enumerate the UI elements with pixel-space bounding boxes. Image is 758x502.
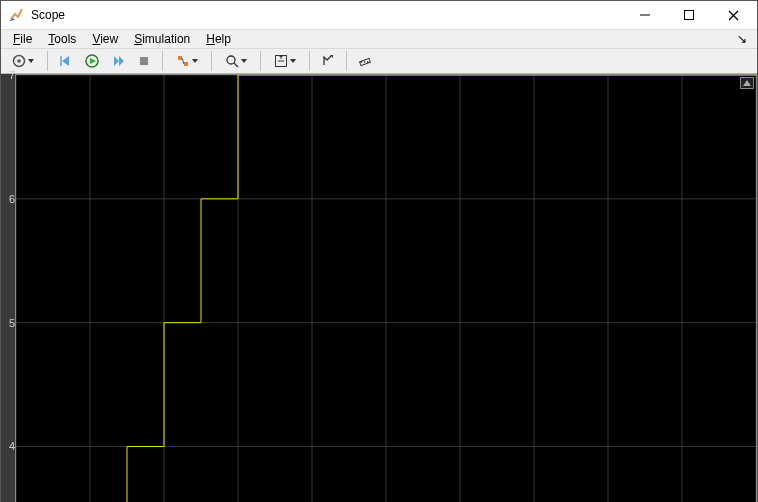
titlebar: Scope [1,1,757,30]
expand-axes-icon[interactable] [740,77,754,89]
svg-marker-20 [241,59,247,63]
window-title: Scope [31,8,65,22]
zoom-button[interactable] [218,49,254,73]
menu-tools[interactable]: Tools [40,30,84,48]
svg-point-18 [227,56,235,64]
stop-button[interactable] [132,49,156,73]
separator [211,51,212,71]
separator [47,51,48,71]
menu-simulation[interactable]: Simulation [126,30,198,48]
svg-rect-13 [140,57,148,65]
svg-line-19 [234,63,238,67]
toolbar [1,48,757,74]
plot-area: 7654321 02468101214161820 [1,74,757,502]
autoscale-button[interactable] [267,49,303,73]
step-back-button[interactable] [54,49,78,73]
svg-marker-12 [119,56,124,66]
close-button[interactable] [711,1,755,29]
svg-line-29 [364,61,365,63]
maximize-button[interactable] [667,1,711,29]
plot-canvas[interactable] [15,74,757,502]
measurements-button[interactable] [353,49,377,73]
svg-marker-49 [743,80,751,86]
svg-rect-14 [178,56,182,60]
scope-window: Scope File Tools View Simulation Help ↘ [0,0,758,502]
highlight-signal-button[interactable] [169,49,205,73]
separator [260,51,261,71]
svg-marker-10 [90,58,96,64]
chevron-down-icon [192,59,198,63]
run-button[interactable] [80,49,104,73]
menu-view[interactable]: View [84,30,126,48]
svg-point-5 [17,59,21,63]
menu-overflow-icon[interactable]: ↘ [737,32,753,46]
menubar: File Tools View Simulation Help ↘ [1,30,757,48]
svg-marker-6 [28,59,34,63]
y-axis-labels: 7654321 [1,74,15,502]
separator [309,51,310,71]
step-forward-button[interactable] [106,49,130,73]
menu-file[interactable]: File [5,30,40,48]
separator [162,51,163,71]
matlab-icon [9,7,25,23]
chevron-down-icon [290,59,296,63]
chevron-down-icon [28,59,34,63]
restore-axes-button[interactable] [316,49,340,73]
svg-rect-15 [184,62,188,66]
svg-rect-1 [685,11,694,20]
menu-help[interactable]: Help [198,30,239,48]
separator [346,51,347,71]
svg-marker-25 [290,59,296,63]
svg-marker-7 [62,56,69,66]
svg-marker-11 [114,56,119,66]
chevron-down-icon [241,59,247,63]
svg-marker-17 [192,59,198,63]
svg-line-16 [182,58,184,64]
minimize-button[interactable] [623,1,667,29]
